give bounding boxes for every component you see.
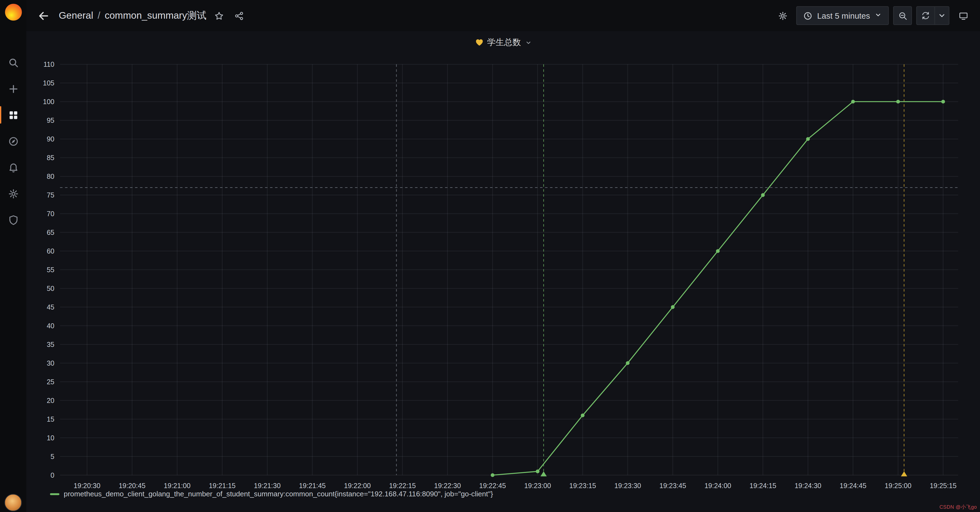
x-axis-tick-label: 19:24:15 [749, 482, 776, 490]
star-icon [214, 11, 224, 20]
data-point[interactable] [716, 249, 720, 253]
x-axis-tick-label: 19:21:00 [164, 482, 191, 490]
y-axis-tick-label: 95 [47, 116, 54, 124]
x-axis-tick-label: 19:21:15 [209, 482, 235, 490]
x-axis-tick-label: 19:23:45 [659, 482, 686, 490]
data-point[interactable] [851, 100, 855, 103]
data-point[interactable] [491, 473, 495, 477]
y-axis-tick-label: 100 [43, 98, 54, 105]
gear-icon [778, 11, 788, 20]
data-point[interactable] [806, 137, 810, 141]
data-point[interactable] [626, 361, 630, 365]
yellow-heart-icon [475, 38, 484, 47]
sidebar-item-server-admin[interactable] [0, 206, 26, 233]
time-series-chart[interactable]: 0510152025303540455055606570758085909510… [26, 55, 980, 492]
refresh-icon [921, 11, 930, 20]
y-axis-tick-label: 105 [43, 79, 54, 87]
x-axis-tick-label: 19:25:00 [885, 482, 911, 490]
chart-legend: prometheus_demo_client_golang_the_number… [50, 490, 493, 498]
annotation-marker[interactable] [541, 471, 547, 476]
y-axis-tick-label: 15 [47, 415, 54, 423]
sidebar [0, 0, 26, 512]
x-axis-tick-label: 19:24:30 [795, 482, 821, 490]
x-axis-tick-label: 19:21:45 [299, 482, 326, 490]
grafana-logo-icon[interactable] [5, 4, 21, 21]
y-axis-tick-label: 110 [43, 60, 54, 68]
search-icon [8, 57, 18, 68]
x-axis-tick-label: 19:25:15 [930, 482, 956, 490]
x-axis-tick-label: 19:20:30 [74, 482, 100, 490]
x-axis-tick-label: 19:22:45 [479, 482, 506, 490]
chevron-down-icon [938, 11, 947, 20]
breadcrumb-folder[interactable]: General [59, 10, 93, 21]
user-avatar[interactable] [5, 494, 22, 512]
data-point[interactable] [761, 193, 765, 197]
chart-canvas[interactable]: 0510152025303540455055606570758085909510… [26, 55, 980, 492]
sidebar-item-search[interactable] [0, 49, 26, 76]
data-point[interactable] [536, 469, 539, 473]
y-axis-tick-label: 25 [47, 378, 54, 386]
data-point[interactable] [671, 305, 675, 309]
apps-icon [8, 109, 18, 120]
legend-series-label[interactable]: prometheus_demo_client_golang_the_number… [64, 490, 493, 498]
y-axis-tick-label: 0 [51, 471, 54, 479]
x-axis-tick-label: 19:21:30 [254, 482, 280, 490]
annotation-marker[interactable] [901, 471, 907, 476]
zoom-out-time-button[interactable] [893, 6, 912, 25]
time-range-label: Last 5 minutes [817, 11, 870, 20]
kiosk-mode-button[interactable] [954, 6, 972, 25]
sidebar-item-dashboards[interactable] [0, 101, 26, 128]
breadcrumb: General / common_summary测试 [59, 9, 207, 22]
plus-icon [8, 83, 18, 94]
sidebar-item-create[interactable] [0, 76, 26, 101]
share-dashboard-button[interactable] [232, 8, 247, 23]
topbar-controls: Last 5 minutes [773, 6, 972, 25]
star-dashboard-button[interactable] [212, 8, 227, 23]
gear-icon [8, 188, 18, 199]
refresh-interval-dropdown[interactable] [934, 7, 949, 24]
legend-series-swatch [50, 493, 59, 495]
data-point[interactable] [581, 414, 585, 417]
sidebar-item-explore[interactable] [0, 128, 26, 154]
x-axis-tick-label: 19:23:15 [569, 482, 596, 490]
data-point[interactable] [941, 100, 945, 103]
sidebar-item-configuration[interactable] [0, 181, 26, 206]
dashboard-settings-button[interactable] [773, 6, 792, 25]
y-axis-tick-label: 90 [47, 135, 54, 143]
y-axis-tick-label: 10 [47, 434, 54, 442]
sidebar-item-alerting[interactable] [0, 154, 26, 180]
share-icon [234, 11, 243, 20]
y-axis-tick-label: 75 [47, 191, 54, 199]
topbar: General / common_summary测试 Last 5 minute… [26, 0, 980, 31]
y-axis-tick-label: 70 [47, 210, 54, 217]
y-axis-tick-label: 45 [47, 303, 54, 311]
y-axis-tick-label: 65 [47, 228, 54, 236]
y-axis-tick-label: 50 [47, 285, 54, 292]
arrow-left-icon [37, 10, 49, 21]
y-axis-tick-label: 40 [47, 322, 54, 330]
time-range-picker[interactable]: Last 5 minutes [797, 6, 889, 25]
y-axis-tick-label: 5 [51, 453, 54, 460]
refresh-button[interactable] [917, 7, 934, 24]
data-point[interactable] [896, 100, 900, 103]
compass-icon [8, 136, 18, 146]
x-axis-tick-label: 19:24:45 [840, 482, 866, 490]
y-axis-tick-label: 60 [47, 247, 54, 255]
panel-menu-chevron-icon [525, 39, 531, 46]
x-axis-tick-label: 19:22:15 [389, 482, 416, 490]
x-axis-tick-label: 19:20:45 [119, 482, 145, 490]
x-axis-tick-label: 19:23:30 [614, 482, 641, 490]
grafana-dashboard: General / common_summary测试 Last 5 minute… [0, 0, 980, 512]
y-axis-tick-label: 30 [47, 359, 54, 367]
zoom-out-icon [898, 11, 907, 20]
refresh-controls [916, 6, 949, 25]
x-axis-tick-label: 19:22:30 [434, 482, 461, 490]
shield-icon [8, 214, 18, 225]
y-axis-tick-label: 20 [47, 396, 54, 404]
x-axis-tick-label: 19:22:00 [344, 482, 371, 490]
back-button[interactable] [35, 8, 51, 24]
panel-title: 学生总数 [487, 37, 521, 48]
panel-header[interactable]: 学生总数 [26, 34, 980, 51]
bell-icon [8, 162, 18, 173]
breadcrumb-dashboard-title[interactable]: common_summary测试 [105, 9, 207, 22]
